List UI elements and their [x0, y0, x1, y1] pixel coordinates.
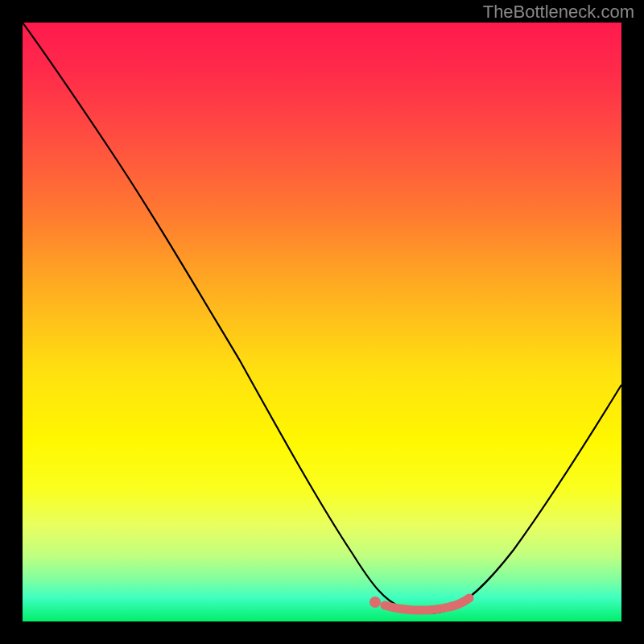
chart-plot-area: [23, 23, 621, 621]
optimal-range-marker: [385, 598, 469, 610]
attribution-text: TheBottleneck.com: [483, 2, 634, 23]
bottleneck-curve: [23, 23, 621, 613]
chart-svg: [23, 23, 621, 621]
optimal-range-start-dot: [369, 597, 381, 608]
